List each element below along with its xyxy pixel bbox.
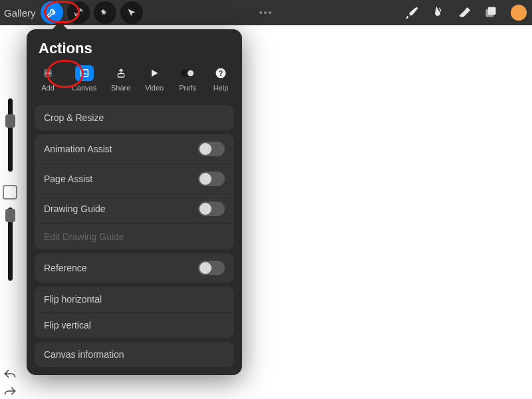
tab-label: Add [41,84,55,92]
slider-thumb[interactable] [5,209,15,222]
tab-label: Canvas [72,84,96,92]
undo-redo-area [0,368,20,396]
canvas-icon [75,65,94,81]
eraser-icon[interactable] [458,5,472,20]
play-icon [145,65,164,81]
tab-share[interactable]: Share [111,65,130,92]
wrench-icon[interactable] [41,1,63,24]
drag-handle-icon[interactable]: ••• [259,7,273,18]
opacity-slider[interactable] [8,207,13,281]
panel-title: Actions [39,40,234,57]
crop-resize-item[interactable]: Crop & Resize [35,105,234,130]
canvas-info-item[interactable]: Canvas information [35,342,234,367]
svg-text:?: ? [219,69,223,77]
svg-rect-1 [486,9,494,17]
brush-size-slider[interactable] [8,98,13,172]
modify-button[interactable] [3,185,17,200]
item-label: Drawing Guide [44,203,106,214]
tab-label: Prefs [179,84,196,92]
color-swatch[interactable] [511,5,527,21]
slider-thumb[interactable] [5,114,15,128]
flip-vertical-item[interactable]: Flip vertical [35,313,234,338]
redo-icon[interactable] [3,386,17,396]
svg-point-6 [188,70,194,76]
selection-icon[interactable] [94,1,116,24]
actions-panel: Actions Add Canvas Share Video [27,29,242,375]
tab-label: Help [213,84,229,92]
drawing-guide-item[interactable]: Drawing Guide [35,194,234,224]
tab-video[interactable]: Video [145,65,164,92]
svg-rect-4 [118,74,124,77]
item-label: Flip vertical [44,320,91,331]
tab-label: Share [111,84,130,92]
animation-assist-item[interactable]: Animation Assist [35,134,234,164]
item-label: Animation Assist [44,144,112,154]
tab-add[interactable]: Add [39,65,57,92]
cursor-icon[interactable] [120,1,143,24]
item-label: Crop & Resize [44,112,104,123]
layers-icon[interactable] [484,5,499,20]
smudge-icon[interactable] [431,5,446,20]
item-label: Page Assist [44,174,92,184]
left-sidebar [0,98,20,286]
add-icon [39,65,57,81]
item-label: Canvas information [44,349,124,360]
toggle-icon [178,65,197,81]
tab-prefs[interactable]: Prefs [178,65,197,92]
animation-assist-toggle[interactable] [198,142,225,156]
flip-horizontal-item[interactable]: Flip horizontal [35,287,234,313]
gallery-button[interactable]: Gallery [4,7,36,19]
drawing-guide-toggle[interactable] [198,201,225,216]
item-label: Reference [44,263,87,273]
undo-icon[interactable] [3,368,17,379]
tab-label: Video [145,84,164,92]
page-assist-item[interactable]: Page Assist [35,164,234,194]
top-toolbar: Gallery ••• [0,0,532,25]
item-label: Flip horizontal [44,294,102,305]
page-assist-toggle[interactable] [198,172,225,186]
help-icon: ? [211,65,230,81]
item-label: Edit Drawing Guide [44,231,124,242]
reference-toggle[interactable] [198,261,225,275]
tab-help[interactable]: ? Help [211,65,230,92]
tab-canvas[interactable]: Canvas [72,65,96,92]
actions-tab-row: Add Canvas Share Video Prefs [35,65,234,101]
share-icon [112,65,130,81]
magic-wand-icon[interactable] [67,1,90,24]
edit-drawing-guide-item: Edit Drawing Guide [35,224,234,249]
reference-item[interactable]: Reference [35,253,234,283]
brush-icon[interactable] [404,5,419,20]
